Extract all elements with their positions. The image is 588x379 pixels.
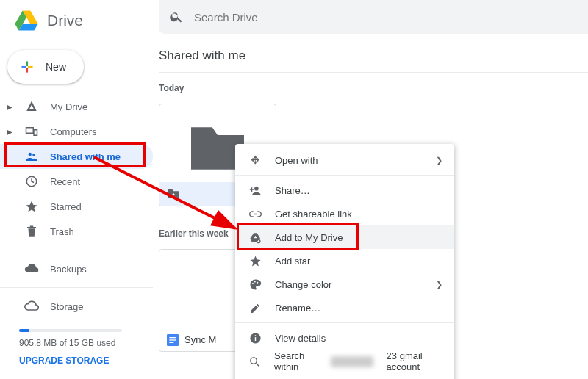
- redacted-account-name: xxxxxxx: [331, 356, 373, 367]
- sidebar-item-trash[interactable]: Trash: [0, 219, 153, 244]
- clock-icon: [24, 175, 40, 188]
- sidebar-item-label: Starred: [50, 201, 82, 212]
- new-button[interactable]: New: [7, 50, 84, 84]
- svg-rect-7: [169, 337, 176, 338]
- sidebar-item-label: My Drive: [50, 101, 87, 112]
- rename-icon: [248, 302, 262, 314]
- palette-icon: [248, 278, 262, 291]
- sidebar-item-storage[interactable]: Storage: [0, 294, 153, 319]
- drive-add-icon: [248, 231, 262, 244]
- shared-folder-small-icon: [167, 187, 180, 201]
- sidebar-item-my-drive[interactable]: ▶ My Drive: [0, 94, 153, 119]
- sidebar-item-label: Shared with me: [50, 151, 121, 162]
- menu-add-to-drive[interactable]: Add to My Drive: [235, 225, 454, 249]
- sidebar-item-recent[interactable]: Recent: [0, 169, 153, 194]
- svg-point-2: [29, 153, 32, 156]
- star-outline-icon: [248, 255, 262, 267]
- sidebar-item-label: Computers: [50, 126, 97, 137]
- svg-rect-17: [254, 335, 255, 336]
- drive-icon: [24, 100, 40, 113]
- sidebar-item-label: Trash: [50, 226, 74, 237]
- chevron-right-icon: ❯: [436, 280, 442, 289]
- sidebar-item-label: Backups: [50, 264, 87, 275]
- devices-icon: [24, 125, 40, 138]
- menu-get-link[interactable]: Get shareable link: [235, 202, 454, 225]
- people-icon: [24, 150, 40, 163]
- svg-point-13: [254, 281, 255, 282]
- docs-icon: [167, 334, 179, 346]
- svg-point-14: [257, 281, 258, 283]
- new-button-label: New: [46, 61, 66, 73]
- star-icon: [24, 200, 40, 213]
- app-logo[interactable]: Drive: [0, 7, 159, 34]
- cloud-outline-icon: [24, 299, 40, 314]
- app-name: Drive: [47, 12, 83, 29]
- sidebar-item-backups[interactable]: Backups: [0, 256, 153, 281]
- info-icon: [248, 332, 262, 344]
- storage-panel: 905.8 MB of 15 GB used UPGRADE STORAGE: [0, 319, 153, 366]
- context-menu: ✥ Open with ❯ Share… Get shareable link …: [235, 144, 454, 379]
- sidebar-item-label: Recent: [50, 176, 80, 187]
- search-input[interactable]: [194, 11, 488, 24]
- cloud-icon: [24, 261, 40, 276]
- divider: [159, 72, 588, 73]
- sidebar: New ▶ My Drive ▶ Computers Shared with m…: [0, 41, 153, 379]
- storage-used-text: 905.8 MB of 15 GB used: [19, 338, 153, 348]
- plus-icon: [18, 57, 37, 76]
- menu-search-within[interactable]: Search within xxxxxxx 23 gmail account: [235, 350, 454, 373]
- person-add-icon: [248, 184, 262, 197]
- chevron-right-icon: ❯: [436, 156, 442, 165]
- search-icon: [248, 355, 261, 368]
- svg-point-10: [254, 186, 259, 190]
- svg-point-18: [251, 357, 257, 364]
- divider: [0, 250, 153, 250]
- menu-rename[interactable]: Rename…: [235, 296, 454, 320]
- svg-point-12: [251, 283, 253, 284]
- svg-point-5: [173, 193, 175, 195]
- chevron-right-icon: ▶: [6, 128, 13, 136]
- search-bar[interactable]: [159, 0, 588, 34]
- search-icon: [169, 10, 184, 24]
- svg-rect-16: [254, 337, 255, 341]
- svg-rect-0: [26, 128, 34, 134]
- divider: [235, 322, 454, 323]
- open-with-icon: ✥: [248, 154, 262, 167]
- top-bar: Drive: [0, 0, 588, 41]
- menu-share[interactable]: Share…: [235, 178, 454, 202]
- sidebar-item-computers[interactable]: ▶ Computers: [0, 119, 153, 144]
- svg-rect-8: [169, 339, 176, 340]
- menu-add-star[interactable]: Add star: [235, 249, 454, 272]
- menu-download[interactable]: Download: [235, 373, 454, 379]
- trash-icon: [24, 225, 40, 238]
- menu-view-details[interactable]: View details: [235, 326, 454, 350]
- storage-bar: [19, 329, 122, 332]
- page-title: Shared with me: [159, 41, 588, 72]
- link-icon: [248, 208, 262, 220]
- divider: [0, 287, 153, 288]
- svg-rect-1: [34, 130, 37, 136]
- svg-rect-9: [169, 342, 173, 342]
- divider: [235, 175, 454, 176]
- drive-logo-icon: [13, 7, 40, 34]
- sidebar-item-starred[interactable]: Starred: [0, 194, 153, 219]
- upgrade-storage-link[interactable]: UPGRADE STORAGE: [19, 355, 153, 366]
- chevron-right-icon: ▶: [6, 103, 13, 111]
- menu-change-color[interactable]: Change color ❯: [235, 272, 454, 296]
- section-today-label: Today: [159, 83, 588, 93]
- sidebar-item-shared-with-me[interactable]: Shared with me: [0, 144, 153, 169]
- menu-open-with[interactable]: ✥ Open with ❯: [235, 148, 454, 172]
- sidebar-item-label: Storage: [50, 301, 84, 312]
- svg-point-3: [32, 154, 35, 156]
